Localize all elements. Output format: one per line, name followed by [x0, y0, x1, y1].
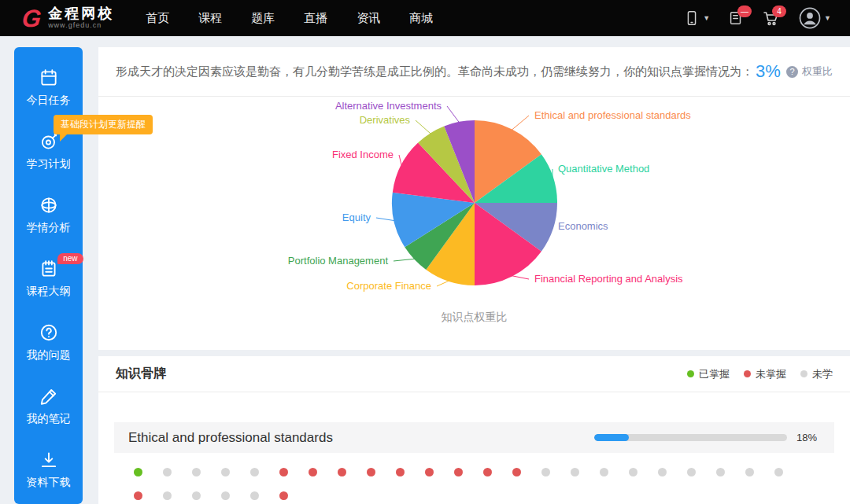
analytics-icon: [39, 195, 59, 215]
sidebar-item-label: 今日任务: [27, 94, 71, 108]
pie-slice-label: Corporate Finance: [346, 280, 431, 292]
label-leader-line: [512, 116, 529, 130]
sidebar-item-download[interactable]: 资料下载: [27, 450, 71, 490]
sidebar-item-label: 我的问题: [27, 348, 71, 362]
status-legend: 已掌握未掌握未学: [687, 367, 833, 381]
knowledge-dot-not_learned[interactable]: [250, 491, 259, 500]
knowledge-dot-not_mastered[interactable]: [512, 468, 521, 476]
knowledge-dot-not_learned[interactable]: [163, 491, 172, 500]
chevron-down-icon: ▼: [824, 14, 831, 22]
knowledge-dot-not_learned[interactable]: [221, 468, 230, 476]
knowledge-dot-not_learned[interactable]: [745, 468, 754, 476]
knowledge-dot-not_learned[interactable]: [774, 468, 783, 476]
sidebar-item-question[interactable]: 我的问题: [27, 322, 71, 362]
legend-label: 未掌握: [756, 367, 786, 381]
pencil-icon: [39, 386, 59, 407]
knowledge-dot-not_learned[interactable]: [600, 468, 608, 476]
orders-button[interactable]: —: [727, 9, 745, 28]
label-leader-line: [437, 281, 449, 286]
topic-title: Ethical and professional standards: [128, 430, 333, 446]
knowledge-dot-not_learned[interactable]: [716, 468, 725, 476]
sidebar-item-label: 课程大纲: [27, 285, 71, 299]
knowledge-dot-not_mastered[interactable]: [279, 491, 288, 500]
legend-item: 已掌握: [687, 367, 730, 381]
weight-ratio-link[interactable]: ? 权重比: [786, 64, 833, 79]
knowledge-dot-not_learned[interactable]: [192, 468, 201, 476]
menu-item[interactable]: 直播: [304, 11, 327, 26]
progress-fill: [594, 434, 629, 441]
knowledge-dot-not_mastered[interactable]: [425, 468, 434, 476]
pie-slice-label: Financial Reporting and Analysis: [534, 273, 683, 285]
label-leader-line: [447, 106, 460, 123]
label-leader-line: [399, 155, 401, 166]
knowledge-dot-mastered[interactable]: [134, 468, 142, 476]
pie-slice-label: Ethical and professional standards: [534, 109, 691, 121]
knowledge-dot-not_learned[interactable]: [163, 468, 172, 476]
menu-item[interactable]: 课程: [198, 11, 222, 26]
knowledge-dot-not_mastered[interactable]: [367, 468, 375, 476]
knowledge-dot-not_learned[interactable]: [541, 468, 550, 476]
pie-slice-label: Alternative Investments: [335, 100, 442, 112]
pie-slice-label: Quantitative Method: [558, 163, 649, 175]
knowledge-section-header: 知识骨牌 已掌握未掌握未学: [98, 356, 850, 392]
knowledge-dot-not_learned[interactable]: [687, 468, 696, 476]
cart-button[interactable]: 4: [762, 9, 781, 28]
brand-name: 金程网校: [48, 6, 114, 22]
menu-item[interactable]: 资讯: [357, 11, 380, 26]
label-leader-line: [376, 218, 395, 221]
knowledge-dot-not_learned[interactable]: [250, 468, 259, 476]
menu-item[interactable]: 首页: [146, 11, 169, 26]
orders-badge: —: [737, 6, 752, 17]
account-menu-button[interactable]: ▼: [798, 6, 831, 30]
new-badge: new: [57, 253, 83, 264]
knowledge-dot-not_learned[interactable]: [571, 468, 579, 476]
legend-dot: [800, 370, 808, 377]
legend-item: 未学: [800, 367, 833, 381]
knowledge-dot-not_mastered[interactable]: [483, 468, 492, 476]
knowledge-dot-not_mastered[interactable]: [396, 468, 405, 476]
sidebar-item-label: 资料下载: [27, 476, 71, 490]
plan-update-tooltip[interactable]: 基础段计划更新提醒: [54, 115, 153, 134]
knowledge-dot-not_learned[interactable]: [192, 491, 201, 500]
question-icon: [39, 322, 59, 343]
knowledge-dot-not_learned[interactable]: [221, 491, 230, 500]
pie-slice-label: Equity: [342, 212, 371, 223]
sidebar-item-pencil[interactable]: 我的笔记: [27, 386, 71, 426]
knowledge-dot-not_mastered[interactable]: [309, 468, 317, 476]
top-navbar: G 金程网校 www.gfedu.cn 首页课程题库直播资讯商城 ▼ — 4: [0, 0, 850, 36]
weight-ratio-label: 权重比: [802, 64, 833, 79]
legend-dot: [744, 370, 751, 377]
knowledge-dot-not_learned[interactable]: [629, 468, 638, 476]
knowledge-dot-not_mastered[interactable]: [454, 468, 463, 476]
sidebar-item-outline[interactable]: 课程大纲new: [27, 259, 71, 299]
download-icon: [39, 450, 59, 470]
chevron-down-icon: ▼: [703, 14, 710, 22]
phone-icon: [683, 9, 700, 28]
knowledge-dot-not_mastered[interactable]: [134, 491, 142, 500]
menu-item[interactable]: 题库: [251, 11, 275, 26]
pie-chart[interactable]: Ethical and professional standardsQuanti…: [98, 97, 850, 333]
progress-bar: [594, 434, 787, 441]
menu-item[interactable]: 商城: [409, 11, 433, 26]
navbar-actions: ▼ — 4 ▼: [683, 6, 831, 30]
knowledge-dot-not_learned[interactable]: [658, 468, 667, 476]
knowledge-dot-not_mastered[interactable]: [279, 468, 288, 476]
calendar-icon: [39, 68, 59, 88]
topic-row[interactable]: Ethical and professional standards 18%: [114, 422, 834, 453]
pie-slice-label: Derivatives: [360, 114, 411, 126]
avatar: [798, 6, 822, 30]
outline-icon: [39, 259, 59, 279]
sidebar: 今日任务学习计划基础段计划更新提醒学情分析课程大纲new我的问题我的笔记资料下载: [14, 47, 83, 504]
knowledge-dot-not_mastered[interactable]: [338, 468, 346, 476]
label-leader-line: [416, 120, 431, 134]
sidebar-item-calendar[interactable]: 今日任务: [27, 68, 71, 108]
main-menu: 首页课程题库直播资讯商城: [146, 11, 433, 26]
help-icon: ?: [786, 66, 798, 78]
brand-logo[interactable]: G 金程网校 www.gfedu.cn: [22, 6, 114, 31]
legend-dot: [687, 370, 694, 377]
sidebar-item-analytics[interactable]: 学情分析: [27, 195, 71, 235]
sidebar-item-label: 我的笔记: [27, 412, 71, 426]
mobile-app-button[interactable]: ▼: [683, 9, 710, 28]
knowledge-dot-row: [134, 468, 850, 476]
label-leader-line: [512, 276, 529, 279]
